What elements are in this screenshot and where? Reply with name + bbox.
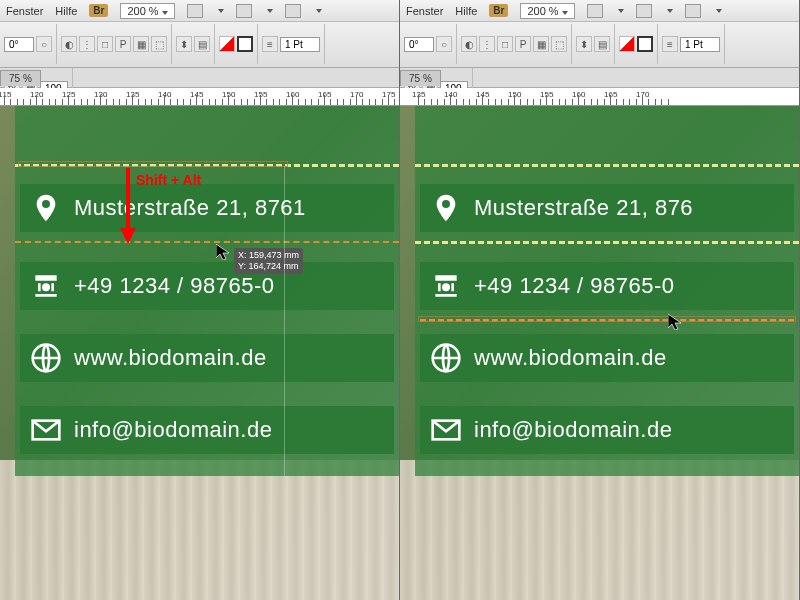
tool-icon-1[interactable]: ◐ bbox=[61, 36, 77, 52]
tool-icon-5[interactable]: ⬚ bbox=[151, 36, 167, 52]
stroke-weight-icon[interactable]: ≡ bbox=[262, 36, 278, 52]
p-icon-r[interactable]: P bbox=[515, 36, 531, 52]
web-text-r: www.biodomain.de bbox=[474, 345, 667, 371]
align-icon-r[interactable]: ▤ bbox=[594, 36, 610, 52]
tool-icon-4[interactable]: ▦ bbox=[133, 36, 149, 52]
fill-swatch-r[interactable] bbox=[619, 36, 635, 52]
stroke-weight-field-r[interactable]: 1 Pt bbox=[680, 37, 720, 52]
photo-shirt bbox=[0, 460, 399, 600]
drag-guide-line bbox=[15, 241, 399, 243]
address-text: Musterstraße 21, 8761 bbox=[74, 195, 306, 221]
view-icon-1[interactable] bbox=[187, 4, 203, 18]
align-icon[interactable]: ▤ bbox=[194, 36, 210, 52]
stroke-swatch-r[interactable] bbox=[637, 36, 653, 52]
canvas-left[interactable]: Musterstraße 21, 8761 +49 1234 / 98765-0… bbox=[0, 106, 399, 600]
mail-icon bbox=[30, 414, 62, 446]
xy-tooltip: X: 159,473 mm Y: 164,724 mm bbox=[234, 248, 303, 274]
globe-icon bbox=[30, 342, 62, 374]
phone-text: +49 1234 / 98765-0 bbox=[74, 273, 274, 299]
selection-box-r bbox=[418, 316, 796, 322]
rotation-field[interactable]: 0° bbox=[4, 37, 34, 52]
email-text: info@biodomain.de bbox=[74, 417, 272, 443]
globe-icon-r bbox=[430, 342, 462, 374]
phone-text-r: +49 1234 / 98765-0 bbox=[474, 273, 674, 299]
phone-row[interactable]: +49 1234 / 98765-0 bbox=[20, 262, 394, 310]
stroke-weight-icon-r[interactable]: ≡ bbox=[662, 36, 678, 52]
zoom-field[interactable]: 200 % bbox=[120, 3, 174, 19]
left-pane: Fenster Hilfe Br 200 % 0° ○ ◐ ⋮ □ P ▦ ⬚ … bbox=[0, 0, 400, 600]
ruler-horizontal-r[interactable]: 135140145150155160165170 bbox=[400, 88, 799, 106]
mail-icon-r bbox=[430, 414, 462, 446]
view-icon-2r[interactable] bbox=[636, 4, 652, 18]
dashed-separator-r2 bbox=[415, 241, 799, 244]
view-icon-3r[interactable] bbox=[685, 4, 701, 18]
address-text-r: Musterstraße 21, 876 bbox=[474, 195, 693, 221]
tool-icon-2[interactable]: ⋮ bbox=[79, 36, 95, 52]
zoom-field-r[interactable]: 200 % bbox=[520, 3, 574, 19]
view-icon-2[interactable] bbox=[236, 4, 252, 18]
phone-icon-r bbox=[430, 270, 462, 302]
doc-tab[interactable]: 75 % bbox=[0, 70, 41, 86]
view-icon-3[interactable] bbox=[285, 4, 301, 18]
phone-icon bbox=[30, 270, 62, 302]
svg-point-5 bbox=[442, 283, 450, 291]
link-icon[interactable]: ⬍ bbox=[176, 36, 192, 52]
tool-icon-5r[interactable]: ⬚ bbox=[551, 36, 567, 52]
dashed-separator-r1 bbox=[415, 164, 799, 167]
link-icon-r[interactable]: ⬍ bbox=[576, 36, 592, 52]
canvas-right[interactable]: Musterstraße 21, 876 +49 1234 / 98765-0 … bbox=[400, 106, 799, 600]
smart-guide-v bbox=[284, 166, 285, 476]
split-view: Fenster Hilfe Br 200 % 0° ○ ◐ ⋮ □ P ▦ ⬚ … bbox=[0, 0, 800, 600]
menu-help[interactable]: Hilfe bbox=[55, 5, 77, 17]
pin-icon-r bbox=[430, 192, 462, 224]
bridge-badge[interactable]: Br bbox=[89, 4, 108, 17]
web-row-r[interactable]: www.biodomain.de bbox=[420, 334, 794, 382]
doc-tab-r[interactable]: 75 % bbox=[400, 70, 441, 86]
email-row[interactable]: info@biodomain.de bbox=[20, 406, 394, 454]
stroke-weight-field[interactable]: 1 Pt bbox=[280, 37, 320, 52]
web-text: www.biodomain.de bbox=[74, 345, 267, 371]
rotation-field-r[interactable]: 0° bbox=[404, 37, 434, 52]
svg-point-0 bbox=[42, 283, 50, 291]
shortcut-hint: Shift + Alt bbox=[136, 172, 201, 188]
pin-icon bbox=[30, 192, 62, 224]
address-row-r[interactable]: Musterstraße 21, 876 bbox=[420, 184, 794, 232]
tool-icon-3[interactable]: □ bbox=[97, 36, 113, 52]
rotation-icon[interactable]: ○ bbox=[36, 36, 52, 52]
email-row-r[interactable]: info@biodomain.de bbox=[420, 406, 794, 454]
menu-bar-r: Fenster Hilfe Br 200 % bbox=[400, 0, 799, 22]
tool-icon-2r[interactable]: ⋮ bbox=[479, 36, 495, 52]
bridge-badge-r[interactable]: Br bbox=[489, 4, 508, 17]
phone-row-r[interactable]: +49 1234 / 98765-0 bbox=[420, 262, 794, 310]
address-row[interactable]: Musterstraße 21, 8761 bbox=[20, 184, 394, 232]
menu-window[interactable]: Fenster bbox=[6, 5, 43, 17]
ruler-horizontal[interactable]: 115120125130135140145150155160165170175 bbox=[0, 88, 399, 106]
tool-icon-4r[interactable]: ▦ bbox=[533, 36, 549, 52]
control-bar: 0° ○ ◐ ⋮ □ P ▦ ⬚ ⬍ ▤ ≡ 1 Pt bbox=[0, 22, 399, 68]
tool-icon-3r[interactable]: □ bbox=[497, 36, 513, 52]
right-pane: Fenster Hilfe Br 200 % 0° ○ ◐ ⋮ □ P ▦ ⬚ … bbox=[400, 0, 800, 600]
stroke-swatch[interactable] bbox=[237, 36, 253, 52]
menu-bar: Fenster Hilfe Br 200 % bbox=[0, 0, 399, 22]
email-text-r: info@biodomain.de bbox=[474, 417, 672, 443]
menu-window-r[interactable]: Fenster bbox=[406, 5, 443, 17]
menu-help-r[interactable]: Hilfe bbox=[455, 5, 477, 17]
photo-shirt-r bbox=[400, 460, 799, 600]
selection-box bbox=[18, 161, 288, 167]
p-icon[interactable]: P bbox=[115, 36, 131, 52]
control-bar-r: 0° ○ ◐ ⋮ □ P ▦ ⬚ ⬍ ▤ ≡ 1 Pt bbox=[400, 22, 799, 68]
tool-icon-1r[interactable]: ◐ bbox=[461, 36, 477, 52]
web-row[interactable]: www.biodomain.de bbox=[20, 334, 394, 382]
fill-swatch[interactable] bbox=[219, 36, 235, 52]
rotation-icon-r[interactable]: ○ bbox=[436, 36, 452, 52]
view-icon-1r[interactable] bbox=[587, 4, 603, 18]
